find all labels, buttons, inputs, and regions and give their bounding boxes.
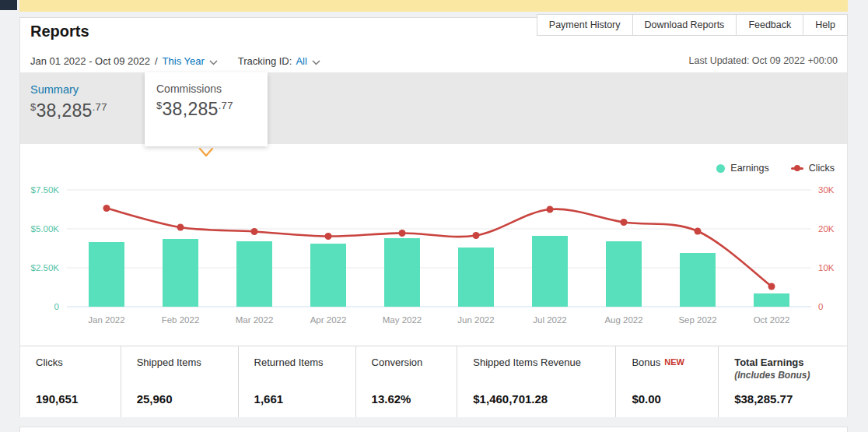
amount-main: 38,285 (37, 100, 93, 121)
stat-label: Shipped Items (137, 356, 201, 368)
svg-text:$2.50K: $2.50K (31, 263, 60, 272)
clicks-legend-label: Clicks (809, 163, 835, 174)
svg-text:Oct 2022: Oct 2022 (754, 315, 790, 325)
stat-label: Clicks (36, 356, 63, 368)
stat-returned-items: Returned Items 1,661 (239, 346, 356, 417)
stat-value: 1,661 (254, 392, 348, 406)
svg-text:30K: 30K (818, 185, 835, 195)
chevron-down-icon[interactable] (312, 56, 320, 68)
chart-legend: Earnings Clicks (716, 163, 835, 174)
svg-text:Apr 2022: Apr 2022 (310, 315, 347, 325)
top-nav-fragment (0, 0, 17, 10)
tracking-id-dropdown[interactable]: All (296, 55, 306, 67)
stats-summary-row: Clicks 190,651 Shipped Items 25,960 Retu… (20, 346, 847, 417)
commissions-popover[interactable]: Commissions $38,285.77 (145, 72, 268, 146)
stat-value: $0.00 (632, 392, 710, 406)
svg-text:Jun 2022: Jun 2022 (457, 315, 494, 325)
next-section-card (19, 427, 848, 432)
notification-banner (19, 0, 848, 12)
stat-total-earnings: Total Earnings(Includes Bonus) $38,285.7… (719, 346, 847, 417)
svg-text:Mar 2022: Mar 2022 (236, 315, 274, 325)
amount-cents: .77 (219, 100, 233, 111)
svg-text:Jul 2022: Jul 2022 (533, 315, 566, 325)
page-title: Reports (30, 23, 89, 40)
svg-text:May 2022: May 2022 (383, 315, 422, 325)
stat-value: 13.62% (372, 392, 450, 406)
earnings-legend-label: Earnings (730, 163, 768, 174)
feedback-button[interactable]: Feedback (736, 14, 803, 36)
svg-text:Feb 2022: Feb 2022 (162, 315, 200, 325)
header-actions: Payment History Download Reports Feedbac… (537, 14, 848, 36)
summary-tab[interactable]: Summary (30, 83, 79, 96)
date-separator: / (155, 55, 158, 67)
stat-label: Bonus (632, 356, 660, 368)
stat-label: Returned Items (254, 356, 324, 368)
stat-label: Shipped Items Revenue (473, 356, 581, 368)
amount-main: 38,285 (163, 99, 219, 119)
svg-text:0: 0 (818, 302, 823, 311)
stat-shipped-revenue: Shipped Items Revenue $1,460,701.28 (457, 346, 616, 417)
tracking-id-label: Tracking ID: (238, 55, 292, 67)
svg-text:20K: 20K (818, 224, 835, 234)
stat-value: 190,651 (36, 392, 113, 406)
svg-text:Jan 2022: Jan 2022 (88, 315, 124, 325)
stat-sublabel: (Includes Bonus) (734, 370, 839, 381)
svg-text:10K: 10K (818, 263, 835, 272)
earnings-legend-icon (716, 164, 725, 173)
svg-text:$7.50K: $7.50K (31, 185, 60, 195)
currency-symbol: $ (156, 100, 163, 111)
combo-chart[interactable]: $7.50K30K$5.00K20K$2.50K10K00Jan 2022Feb… (20, 156, 849, 339)
popover-pointer-icon (198, 146, 214, 160)
stat-clicks: Clicks 190,651 (20, 346, 121, 417)
commissions-amount: $38,285.77 (156, 99, 268, 120)
stat-bonus: BonusNEW $0.00 (616, 346, 719, 417)
stat-value: $1,460,701.28 (473, 392, 607, 406)
chevron-down-icon[interactable] (209, 56, 218, 68)
new-badge: NEW (664, 357, 684, 367)
stat-conversion: Conversion 13.62% (356, 346, 458, 417)
last-updated: Last Updated: Oct 09 2022 +00:00 (689, 55, 838, 66)
clicks-legend-icon (791, 167, 803, 170)
period-dropdown[interactable]: This Year (163, 55, 205, 67)
amount-cents: .77 (93, 101, 107, 113)
reports-card: Reports Jan 01 2022 - Oct 09 2022 / This… (19, 17, 848, 416)
payment-history-button[interactable]: Payment History (537, 14, 633, 36)
stat-label: Total Earnings (734, 356, 803, 368)
stat-shipped-items: Shipped Items 25,960 (121, 346, 239, 417)
help-button[interactable]: Help (803, 14, 848, 36)
stat-label: Conversion (372, 356, 423, 368)
currency-symbol: $ (30, 101, 37, 113)
svg-text:$5.00K: $5.00K (31, 224, 60, 234)
stat-value: $38,285.77 (734, 392, 839, 406)
stat-value: 25,960 (137, 392, 230, 406)
commissions-label: Commissions (156, 83, 268, 95)
svg-text:0: 0 (54, 302, 59, 311)
download-reports-button[interactable]: Download Reports (632, 14, 737, 36)
svg-text:Sep 2022: Sep 2022 (678, 315, 716, 325)
svg-text:Aug 2022: Aug 2022 (604, 315, 642, 325)
report-filters: Jan 01 2022 - Oct 09 2022 / This Year Tr… (30, 54, 320, 68)
date-range: Jan 01 2022 - Oct 09 2022 (30, 55, 150, 67)
